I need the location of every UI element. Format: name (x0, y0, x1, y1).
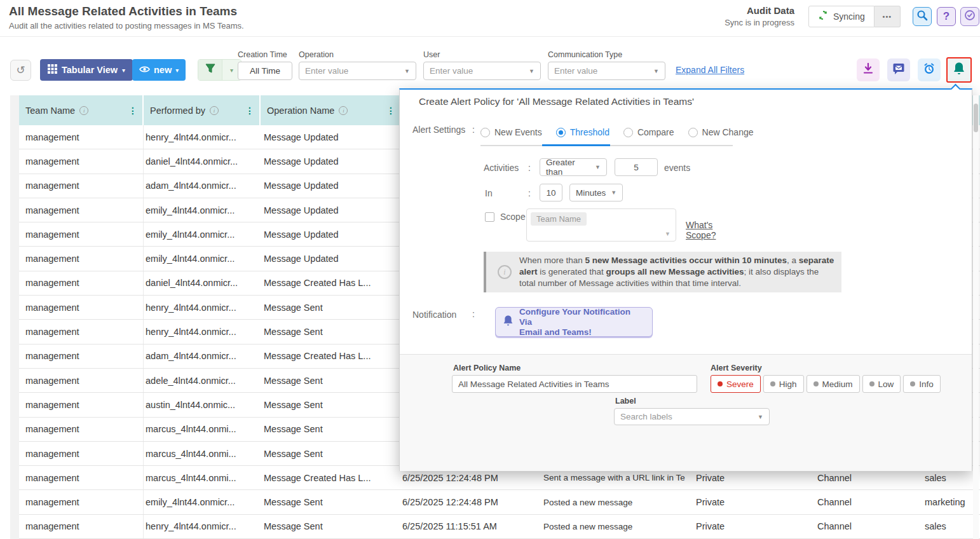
table-cell: management (19, 418, 144, 441)
creation-time-button[interactable]: All Time (238, 62, 292, 80)
radio-compare[interactable]: Compare (623, 127, 674, 137)
severity-info[interactable]: Info (903, 375, 941, 393)
severity-high[interactable]: High (763, 375, 804, 393)
column-menu-icon[interactable]: ⋮ (245, 106, 254, 116)
table-cell: Message Created Has L... (261, 345, 400, 368)
severity-group: Severe High Medium Low Info (711, 375, 941, 393)
info-icon: i (79, 106, 88, 115)
table-cell: Message Created Has L... (261, 466, 400, 489)
severity-medium[interactable]: Medium (806, 375, 860, 393)
export-button[interactable] (857, 58, 880, 81)
filter-button[interactable] (198, 60, 222, 80)
table-cell: henry_4lnt44.onmicr... (144, 296, 261, 319)
severity-dot-icon (718, 381, 723, 386)
operation-select[interactable]: Enter value ▼ (299, 62, 416, 80)
severity-option-label: Info (919, 379, 934, 389)
table-row[interactable]: managementemily_4lnt44.onmicr...Message … (19, 490, 980, 514)
search-button[interactable] (913, 7, 932, 26)
time-unit-select[interactable]: Minutes ▼ (569, 184, 623, 201)
view-preset-button[interactable]: new ▾ (132, 59, 186, 81)
search-icon (916, 10, 928, 24)
column-header-team-name[interactable]: Team Name i ⋮ (19, 95, 144, 125)
tabular-view-button[interactable]: Tabular View ▾ (40, 59, 133, 81)
table-cell: Posted a new message (543, 515, 695, 538)
sync-more-button[interactable]: ••• (875, 6, 901, 27)
table-row[interactable]: managementhenry_4lnt44.onmicr...Message … (19, 515, 980, 539)
table-cell: Message Updated (261, 149, 400, 173)
help-button[interactable]: ? (937, 7, 956, 26)
table-cell: marcus_4lnt44.onmi... (144, 442, 261, 465)
syncing-label: Syncing (833, 11, 865, 22)
column-menu-icon[interactable]: ⋮ (386, 106, 395, 116)
toolbar: ↺ Tabular View ▾ new ▾ ▾ Creation (0, 37, 980, 95)
syncing-button[interactable]: Syncing (808, 6, 875, 27)
column-header-performed-by[interactable]: Performed by i ⋮ (144, 95, 261, 125)
table-cell: emily_4lnt44.onmicr... (144, 198, 261, 222)
table-cell: management (19, 345, 144, 368)
chevron-down-icon: ▼ (404, 68, 410, 74)
threshold-condition-select[interactable]: Greater than ▼ (540, 158, 607, 176)
severity-dot-icon (813, 381, 819, 386)
filter-label: Communication Type (548, 50, 665, 59)
refresh-button[interactable]: ↺ (10, 60, 31, 81)
scheduled-tasks-button[interactable] (960, 7, 979, 26)
communication-type-select[interactable]: Enter value ▼ (548, 62, 665, 80)
user-select[interactable]: Enter value ▼ (423, 62, 541, 80)
alert-settings-label: Alert Settings (412, 125, 465, 135)
bell-icon (953, 62, 965, 78)
time-unit-value: Minutes (576, 188, 606, 198)
table-cell: management (19, 271, 144, 295)
severity-dot-icon (770, 381, 775, 386)
policy-name-input[interactable] (452, 375, 697, 393)
table-cell: management (19, 490, 144, 514)
operation-placeholder: Enter value (305, 66, 404, 76)
time-window-input[interactable] (540, 184, 562, 201)
filter-user: User Enter value ▼ (423, 50, 541, 80)
colon: : (472, 125, 475, 135)
alert-bell-button[interactable]: 1 (946, 57, 972, 83)
column-header-operation-name[interactable]: Operation Name i ⋮ (261, 95, 400, 125)
table-cell: Message Updated (261, 222, 400, 246)
feedback-button[interactable] (887, 58, 910, 81)
radio-label: Threshold (570, 127, 609, 137)
label-select[interactable]: Search labels ▼ (614, 408, 770, 425)
info-icon: i (210, 106, 219, 115)
whats-scope-link[interactable]: What's Scope? (686, 220, 716, 240)
table-cell: marcus_4lnt44.onmi... (144, 418, 261, 441)
table-cell: management (19, 296, 144, 319)
table-cell: Message Updated (261, 174, 400, 198)
colon: : (472, 309, 475, 319)
severity-low[interactable]: Low (862, 375, 901, 393)
scope-checkbox[interactable] (485, 212, 494, 222)
radio-new-change[interactable]: New Change (688, 127, 754, 137)
table-cell: Private (695, 490, 815, 514)
radio-label: New Events (494, 127, 542, 137)
severity-severe[interactable]: Severe (711, 375, 761, 393)
alert-type-radio-group: New Events Threshold Compare New Change (480, 127, 754, 137)
table-cell: management (19, 515, 144, 538)
scrollbar-thumb[interactable] (974, 104, 978, 132)
events-count-input[interactable] (615, 158, 658, 176)
configure-notification-button[interactable]: Configure Your Notification Via Email an… (495, 307, 653, 337)
filter-label: User (423, 50, 541, 59)
vertical-scrollbar[interactable] (973, 95, 979, 539)
radio-new-events[interactable]: New Events (480, 127, 542, 137)
communication-type-placeholder: Enter value (554, 66, 653, 76)
chevron-down-icon: ▼ (595, 164, 601, 170)
table-cell: Posted a new message (543, 490, 695, 514)
table-left-gutter (10, 95, 19, 539)
schedule-alarm-button[interactable] (918, 58, 941, 81)
expand-all-filters-link[interactable]: Expand All Filters (676, 65, 744, 75)
severity-dot-icon (869, 381, 875, 386)
radio-threshold[interactable]: Threshold (556, 127, 609, 137)
colon: : (528, 163, 531, 173)
bell-icon (503, 315, 514, 329)
grid-icon (48, 64, 57, 76)
table-cell: Message Sent (261, 418, 400, 441)
active-tab-indicator (542, 144, 610, 146)
scope-input[interactable]: Team Name ▼ (526, 208, 676, 242)
table-cell: management (19, 466, 144, 489)
column-menu-icon[interactable]: ⋮ (128, 106, 137, 116)
filter-creation-time: Creation Time All Time (238, 50, 292, 80)
chevron-down-icon: ▼ (529, 68, 534, 74)
